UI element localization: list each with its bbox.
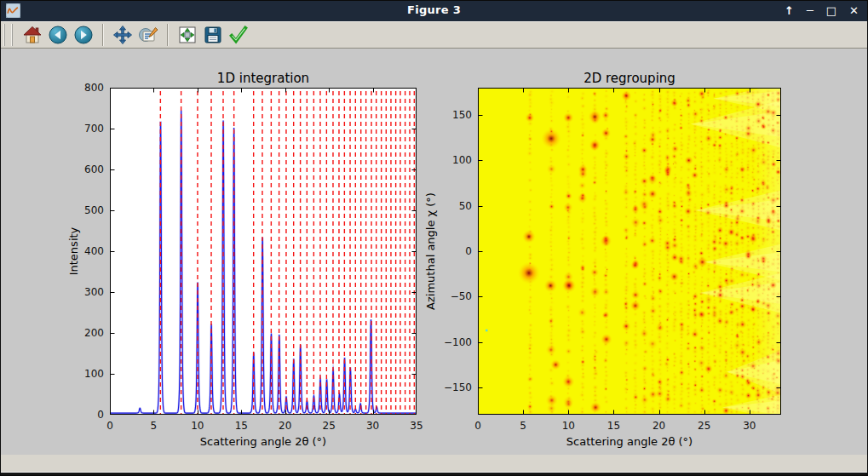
plot1-xlabel: Scattering angle 2θ (°) bbox=[135, 435, 391, 448]
tick-label: 20 bbox=[634, 419, 685, 433]
plot1-title: 1D integration bbox=[110, 71, 417, 88]
move-cross-icon bbox=[112, 25, 133, 45]
tick-label: 15 bbox=[588, 419, 639, 433]
matplotlib-wave-icon bbox=[6, 3, 20, 18]
window-bottom-edge bbox=[1, 472, 867, 476]
tick-label: 0 bbox=[452, 419, 503, 433]
circle-arrow-right-icon bbox=[73, 25, 94, 45]
back-button[interactable] bbox=[46, 23, 70, 47]
window-controls: ↑ ─ □ ✕ bbox=[785, 3, 859, 20]
tick-label: 30 bbox=[724, 419, 775, 433]
tick-label: −150 bbox=[444, 381, 472, 394]
subplots-arrows-icon bbox=[177, 25, 198, 45]
tick-label: −100 bbox=[444, 335, 472, 349]
toolbar-separator bbox=[167, 24, 169, 46]
green-check-icon bbox=[228, 25, 249, 45]
toolbar-drag-handle[interactable] bbox=[3, 24, 13, 46]
tick-label: 600 bbox=[84, 163, 104, 176]
figure-canvas: 1D integration 2D regrouping Intensity S… bbox=[1, 49, 868, 455]
plot2-title: 2D regrouping bbox=[478, 71, 781, 88]
minimize-button[interactable]: ─ bbox=[807, 3, 813, 20]
toolbar bbox=[1, 21, 867, 49]
plot2-ylabel: Azimuthal angle χ (°) bbox=[424, 179, 438, 324]
pan-button[interactable] bbox=[111, 23, 135, 47]
tick-label: 0 bbox=[465, 244, 472, 258]
tick-label: 500 bbox=[84, 204, 104, 217]
plot1-ylabel: Intensity bbox=[67, 192, 81, 311]
tick-label: 300 bbox=[84, 285, 104, 299]
figure-window: Figure 3 ↑ ─ □ ✕ bbox=[0, 0, 868, 476]
tick-label: 400 bbox=[84, 244, 104, 258]
tick-label: 25 bbox=[679, 419, 730, 433]
close-button[interactable]: ✕ bbox=[849, 3, 859, 20]
shade-button[interactable]: ↑ bbox=[785, 3, 794, 20]
window-title: Figure 3 bbox=[407, 3, 461, 16]
tick-label: 100 bbox=[452, 153, 472, 167]
house-icon bbox=[22, 25, 43, 45]
floppy-disk-icon bbox=[203, 25, 223, 45]
tick-label: −50 bbox=[451, 290, 472, 303]
tick-label: 100 bbox=[84, 367, 104, 381]
edit-button[interactable] bbox=[136, 23, 160, 47]
tick-label: 5 bbox=[497, 419, 549, 433]
tick-label: 50 bbox=[459, 199, 472, 213]
note-pencil-icon bbox=[138, 25, 158, 45]
tick-label: 200 bbox=[84, 326, 104, 340]
1d-plot-canvas[interactable] bbox=[110, 88, 417, 415]
tick-label: 35 bbox=[391, 419, 442, 433]
1d-integration-plot[interactable] bbox=[110, 88, 417, 415]
circle-arrow-left-icon bbox=[48, 25, 68, 45]
tick-label: 800 bbox=[84, 81, 104, 95]
apply-button[interactable] bbox=[227, 23, 250, 47]
toolbar-separator bbox=[102, 24, 104, 46]
2d-plot-canvas[interactable] bbox=[478, 88, 781, 415]
save-button[interactable] bbox=[201, 23, 225, 47]
forward-button[interactable] bbox=[72, 23, 95, 47]
tick-label: 10 bbox=[543, 419, 594, 433]
tick-label: 150 bbox=[452, 108, 472, 122]
maximize-button[interactable]: □ bbox=[826, 3, 836, 20]
home-button[interactable] bbox=[20, 23, 44, 47]
status-bar bbox=[1, 455, 867, 472]
2d-regrouping-plot[interactable] bbox=[478, 88, 781, 415]
titlebar[interactable]: Figure 3 ↑ ─ □ ✕ bbox=[1, 1, 867, 21]
plot2-xlabel: Scattering angle 2θ (°) bbox=[502, 435, 757, 448]
configure-subplots-button[interactable] bbox=[175, 23, 199, 47]
tick-label: 700 bbox=[84, 122, 104, 135]
